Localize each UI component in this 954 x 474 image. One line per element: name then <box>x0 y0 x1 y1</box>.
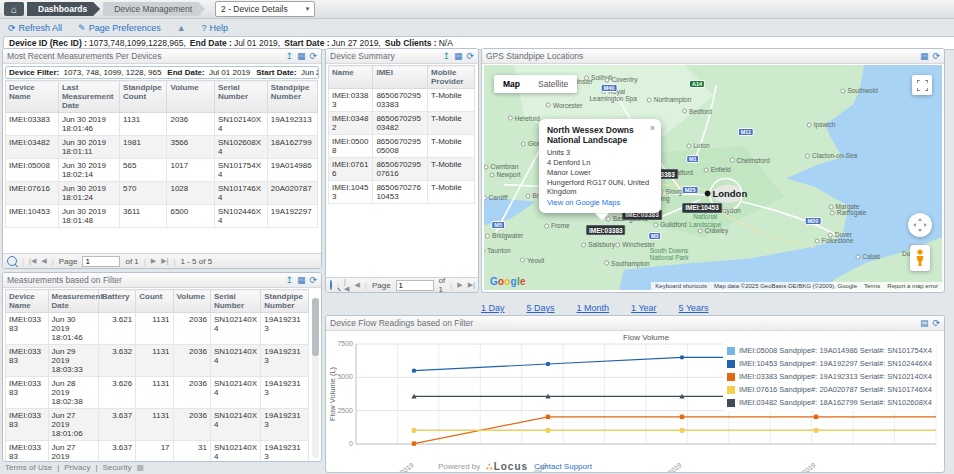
breadcrumb-tab-dashboards[interactable]: Dashboards <box>27 2 100 16</box>
table-row[interactable]: IMEI:03383Jun 30 2019 18:01:4611312036SN… <box>6 113 318 136</box>
breadcrumb-tab-device-management[interactable]: Device Management <box>103 2 205 16</box>
time-range-link[interactable]: 5 Years <box>679 303 709 313</box>
legend-item[interactable]: IMEI:05008 Sandpipe#: 19A014986 Serial#:… <box>727 344 932 357</box>
prev-page-button[interactable]: ◀ <box>41 257 46 265</box>
map-device-marker[interactable]: IMEI:10453 <box>682 203 722 213</box>
legend-swatch <box>727 373 735 381</box>
search-icon[interactable] <box>7 256 17 266</box>
time-range-link[interactable]: 1 Month <box>577 303 610 313</box>
table-row[interactable]: IMEI:03482Jun 30 2019 18:01:1119813566SN… <box>6 136 318 159</box>
map-button[interactable]: Map <box>494 75 529 93</box>
column-header[interactable]: Serial Number <box>210 290 260 313</box>
help-button[interactable]: ? Help <box>202 23 229 33</box>
footer-link[interactable]: Privacy <box>64 463 90 472</box>
page-input[interactable] <box>396 280 434 291</box>
first-page-button[interactable]: |◀ <box>29 257 36 265</box>
export-icon[interactable]: ↥ <box>285 52 293 61</box>
view-on-google-maps-link[interactable]: View on Google Maps <box>547 198 620 207</box>
export-icon[interactable]: ↥ <box>442 52 450 61</box>
keyboard-shortcuts-link[interactable]: Keyboard shortcuts <box>655 283 707 289</box>
table-row[interactable]: IMEI:10453865067027610453T-Mobile <box>329 181 475 204</box>
map-device-marker[interactable]: IMEI:03383 <box>586 225 626 235</box>
refresh-icon[interactable]: ⟳ <box>932 319 940 328</box>
table-row[interactable]: IMEI:07616Jun 30 2019 18:01:245701028SN1… <box>6 182 318 205</box>
table-row[interactable]: IMEI:05008865067029505008T-Mobile <box>329 135 475 158</box>
export-icon[interactable]: ↥ <box>285 276 293 285</box>
refresh-icon[interactable]: ⟳ <box>309 276 317 285</box>
table-row[interactable]: IMEI:03383Jun 30 2019 18:01:463.62111312… <box>6 313 309 345</box>
time-range-link[interactable]: 1 Day <box>481 303 505 313</box>
dashboard-selector-dropdown[interactable]: 2 - Device Details ▾ <box>215 1 315 17</box>
legend-item[interactable]: IMEI:10453 Sandpipe#: 19A192297 Serial#:… <box>727 357 932 370</box>
table-cell: 3.621 <box>98 313 135 345</box>
columns-icon[interactable]: ▦ <box>297 52 306 61</box>
columns-icon[interactable]: ▦ <box>454 52 463 61</box>
column-header[interactable]: Measurement Date <box>48 290 98 313</box>
column-header[interactable]: Name <box>329 66 373 89</box>
next-page-button[interactable]: ▶ <box>151 257 156 265</box>
table-row[interactable]: IMEI:07616865067029507616T-Mobile <box>329 158 475 181</box>
table-row[interactable]: IMEI:03482865067029503482T-Mobile <box>329 112 475 135</box>
refresh-icon[interactable]: ⟳ <box>466 52 474 61</box>
page-preferences-button[interactable]: ✎ Page Preferences <box>78 23 161 33</box>
column-header[interactable]: Battery <box>98 290 135 313</box>
time-range-link[interactable]: 1 Year <box>631 303 657 313</box>
column-header[interactable]: Standpipe Number <box>261 290 309 313</box>
legend-item[interactable]: IMEI:03383 Sandpipe#: 19A192313 Serial#:… <box>727 370 932 383</box>
google-map[interactable]: KidderminsterSolihullCoventryRoyal Leami… <box>484 65 942 290</box>
page-toolbar: ⟳ Refresh All ✎ Page Preferences ▲ ? Hel… <box>0 20 954 35</box>
next-page-button[interactable]: ▶ <box>457 281 462 289</box>
satellite-button[interactable]: Satellite <box>529 75 577 93</box>
report-map-error-link[interactable]: Report a map error <box>887 283 938 289</box>
column-header[interactable]: Device Name <box>6 81 59 113</box>
footer-link[interactable]: Security <box>103 463 132 472</box>
column-header[interactable]: Volume <box>167 81 214 113</box>
pegman-icon <box>915 249 925 267</box>
page-input[interactable] <box>82 256 120 267</box>
chart-toggle-icon[interactable]: ▤ <box>920 319 929 328</box>
column-header[interactable]: Mobile Provider <box>428 66 475 89</box>
table-row[interactable]: IMEI:03383Jun 28 2019 18:02:383.62611312… <box>6 377 309 409</box>
column-header[interactable]: Volume <box>173 290 210 313</box>
table-row[interactable]: IMEI:03383Jun 27 2019 13:54:523.6371731S… <box>6 441 309 463</box>
legend-item[interactable]: IMEI:07616 Sandpipe#: 20A020787 Serial#:… <box>727 383 932 396</box>
pegman-control[interactable] <box>910 245 930 271</box>
pan-control[interactable] <box>908 213 932 237</box>
close-icon[interactable]: × <box>650 123 655 133</box>
footer-link[interactable]: Terms of Use <box>5 463 52 472</box>
table-row[interactable]: IMEI:03383865067029503383T-Mobile <box>329 89 475 112</box>
column-header[interactable]: Count <box>136 290 173 313</box>
google-logo[interactable]: Google <box>490 276 526 287</box>
column-header[interactable]: IMEI <box>373 66 428 89</box>
columns-icon[interactable]: ▦ <box>920 52 929 61</box>
column-header[interactable]: Device Name <box>6 290 49 313</box>
column-header[interactable]: Last Measurement Date <box>58 81 119 113</box>
table-row[interactable]: IMEI:03383Jun 29 2019 18:03:333.63211312… <box>6 345 309 377</box>
column-header[interactable]: Standpipe Count <box>120 81 167 113</box>
first-page-button[interactable]: |◀ <box>344 278 349 293</box>
table-row[interactable]: IMEI:05008Jun 30 2019 18:02:145651017SN1… <box>6 159 318 182</box>
column-header[interactable]: Standpipe Number <box>267 81 317 113</box>
fullscreen-button[interactable] <box>912 75 932 95</box>
search-icon[interactable] <box>330 280 332 290</box>
table-row[interactable]: IMEI:03383Jun 27 2019 18:01:063.63711312… <box>6 409 309 441</box>
locus-logo[interactable]: ∴Locus <box>486 461 528 472</box>
warning-icon[interactable]: ▲ <box>177 23 186 33</box>
columns-icon[interactable]: ▦ <box>297 276 306 285</box>
prev-page-button[interactable]: ◀ <box>354 281 359 289</box>
calendar-icon[interactable]: ▦ <box>136 463 144 472</box>
time-range-link[interactable]: 5 Days <box>527 303 555 313</box>
legend-item[interactable]: IMEI:03482 Sandpipe#: 18A162799 Serial#:… <box>727 396 932 409</box>
contact-support-link[interactable]: Contact Support <box>534 462 592 471</box>
terms-link[interactable]: Terms <box>864 283 880 289</box>
home-button[interactable]: ⌂ <box>4 2 24 16</box>
last-page-button[interactable]: ▶| <box>161 257 168 265</box>
last-page-button[interactable]: ▶| <box>468 281 475 289</box>
refresh-all-button[interactable]: ⟳ Refresh All <box>8 23 62 33</box>
city-dot-icon <box>489 173 494 178</box>
refresh-icon[interactable]: ⟳ <box>309 52 317 61</box>
table-row[interactable]: IMEI:10453Jun 30 2019 18:01:4836116500SN… <box>6 205 318 228</box>
scrollbar-thumb[interactable] <box>312 298 319 356</box>
refresh-icon[interactable]: ⟳ <box>932 52 940 61</box>
column-header[interactable]: Serial Number <box>214 81 267 113</box>
